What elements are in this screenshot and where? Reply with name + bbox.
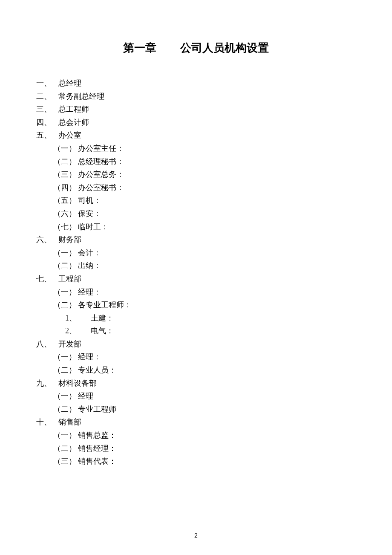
outline-item-number: （一） [53, 142, 78, 155]
outline-item-number: （二） [53, 259, 78, 272]
outline-item-number: 九、 [36, 377, 58, 390]
outline-item-number: （二） [53, 442, 78, 455]
outline-item-text: 办公室秘书： [78, 181, 124, 194]
outline-item-number: 2、 [65, 324, 91, 338]
outline-item-number: （七） [53, 220, 78, 234]
chapter-title: 第一章 公司人员机构设置 [36, 40, 356, 55]
outline-item-text: 临时工： [78, 220, 109, 234]
outline-content: 一、总经理二、常务副总经理三、总工程师四、总会计师五、办公室（一）办公室主任：（… [36, 77, 356, 468]
outline-item-text: 办公室总务： [78, 168, 124, 181]
outline-item-number: （一） [53, 429, 78, 442]
outline-item: 六、财务部 [36, 233, 356, 246]
outline-item-text: 常务副总经理 [58, 90, 104, 103]
outline-item: （一）办公室主任： [36, 142, 356, 155]
outline-item-text: 总经理秘书： [78, 155, 124, 168]
outline-item-text: 材料设备部 [58, 377, 97, 390]
outline-item: （七）临时工： [36, 220, 356, 234]
outline-item: （二）销售经理： [36, 442, 356, 455]
outline-item-text: 会计： [78, 246, 101, 260]
outline-item-text: 销售总监： [78, 429, 116, 442]
chapter-number: 第一章 [123, 40, 156, 55]
outline-item-text: 销售经理： [78, 442, 116, 455]
document-page: 第一章 公司人员机构设置 一、总经理二、常务副总经理三、总工程师四、总会计师五、… [0, 0, 392, 468]
outline-item-number: （四） [53, 181, 78, 194]
outline-item: 五、办公室 [36, 129, 356, 142]
outline-item: 2、电气： [36, 324, 356, 338]
outline-item-number: 四、 [36, 116, 58, 129]
outline-item-number: （一） [53, 246, 78, 260]
outline-item-number: （三） [53, 168, 78, 181]
outline-item: （二）出纳： [36, 259, 356, 272]
outline-item-number: 八、 [36, 338, 58, 351]
outline-item-text: 销售代表： [78, 455, 116, 468]
outline-item-text: 专业人员： [78, 364, 116, 377]
outline-item: （三）销售代表： [36, 455, 356, 468]
outline-item: （三）办公室总务： [36, 168, 356, 181]
outline-item: （一）经理： [36, 286, 356, 299]
outline-item: 八、开发部 [36, 338, 356, 351]
outline-item-text: 经理 [78, 390, 93, 403]
outline-item-number: （一） [53, 350, 78, 364]
outline-item-text: 专业工程师 [78, 403, 116, 416]
outline-item: （一）会计： [36, 246, 356, 260]
outline-item-number: （二） [53, 403, 78, 416]
outline-item: 1、土建： [36, 312, 356, 325]
chapter-subtitle: 公司人员机构设置 [180, 40, 269, 55]
outline-item: （二）总经理秘书： [36, 155, 356, 168]
outline-item-text: 经理： [78, 350, 101, 364]
outline-item: 四、总会计师 [36, 116, 356, 129]
outline-item-text: 办公室主任： [78, 142, 124, 155]
outline-item-number: （一） [53, 286, 78, 299]
outline-item: （五）司机： [36, 194, 356, 207]
outline-item-number: 五、 [36, 129, 58, 142]
outline-item-text: 工程部 [58, 272, 81, 286]
outline-item: 三、总工程师 [36, 103, 356, 116]
outline-item-text: 司机： [78, 194, 101, 207]
outline-item: （一）经理 [36, 390, 356, 403]
outline-item-number: （二） [53, 298, 78, 312]
outline-item: 七、工程部 [36, 272, 356, 286]
outline-item-number: （二） [53, 364, 78, 377]
outline-item-number: 六、 [36, 233, 58, 246]
outline-item: （一）经理： [36, 350, 356, 364]
outline-item-number: （一） [53, 390, 78, 403]
outline-item: （四）办公室秘书： [36, 181, 356, 194]
outline-item-text: 各专业工程师： [78, 298, 132, 312]
outline-item: 九、材料设备部 [36, 377, 356, 390]
outline-item-text: 土建： [91, 312, 114, 325]
outline-item: （二）专业人员： [36, 364, 356, 377]
outline-item: 十、销售部 [36, 416, 356, 429]
outline-item-text: 经理： [78, 286, 101, 299]
outline-item-text: 总会计师 [58, 116, 89, 129]
outline-item-text: 总经理 [58, 77, 81, 90]
outline-item: （一）销售总监： [36, 429, 356, 442]
outline-item-text: 电气： [91, 324, 114, 338]
outline-item-number: 一、 [36, 77, 58, 90]
outline-item-number: 十、 [36, 416, 58, 429]
outline-item-number: （五） [53, 194, 78, 207]
outline-item-text: 出纳： [78, 259, 101, 272]
outline-item: （六）保安： [36, 207, 356, 220]
outline-item-text: 总工程师 [58, 103, 89, 116]
outline-item-text: 财务部 [58, 233, 81, 246]
outline-item-number: （三） [53, 455, 78, 468]
outline-item-text: 销售部 [58, 416, 81, 429]
outline-item-number: 1、 [65, 312, 91, 325]
outline-item-text: 保安： [78, 207, 101, 220]
outline-item: 二、常务副总经理 [36, 90, 356, 103]
outline-item-text: 开发部 [58, 338, 81, 351]
outline-item: 一、总经理 [36, 77, 356, 90]
outline-item-text: 办公室 [58, 129, 81, 142]
outline-item-number: 三、 [36, 103, 58, 116]
outline-item-number: （二） [53, 155, 78, 168]
outline-item-number: 七、 [36, 272, 58, 286]
outline-item-number: 二、 [36, 90, 58, 103]
outline-item-number: （六） [53, 207, 78, 220]
outline-item: （二）各专业工程师： [36, 298, 356, 312]
outline-item: （二）专业工程师 [36, 403, 356, 416]
page-number: 2 [0, 532, 392, 539]
